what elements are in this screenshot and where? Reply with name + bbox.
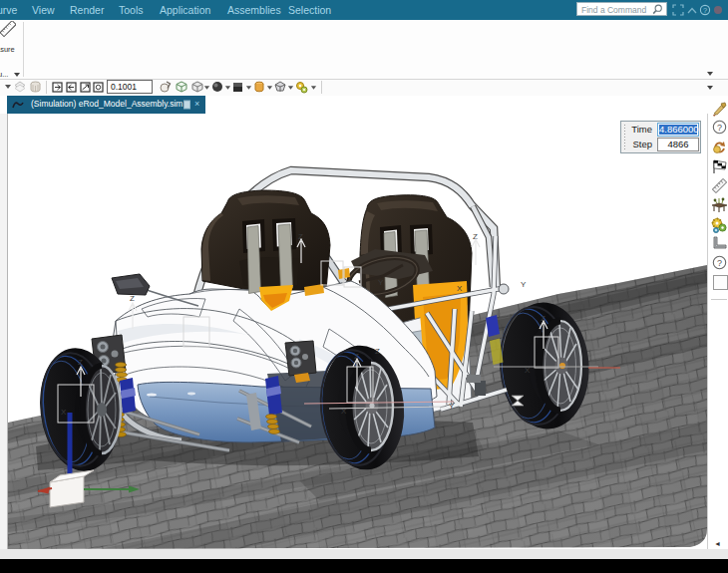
svg-text:Z: Z: [375, 347, 380, 356]
svg-text:X: X: [61, 408, 67, 417]
svg-text:X: X: [457, 284, 463, 293]
svg-text:?: ?: [717, 258, 722, 268]
svg-text:Z: Z: [130, 294, 135, 303]
svg-text:Y: Y: [449, 402, 455, 411]
svg-text:?: ?: [717, 123, 722, 133]
svg-text:Z: Z: [78, 358, 83, 367]
svg-text:Y: Y: [378, 278, 384, 287]
svg-text:Y: Y: [521, 280, 527, 289]
svg-text:?: ?: [703, 6, 707, 15]
